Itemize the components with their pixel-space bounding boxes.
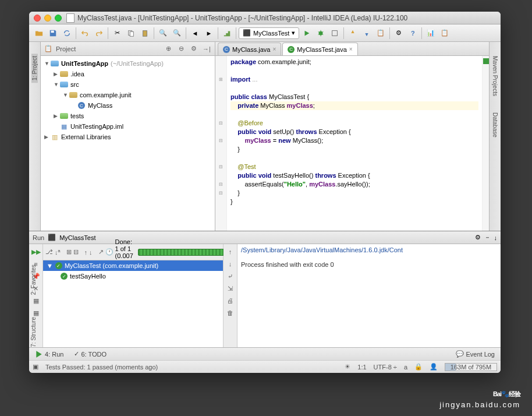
gear-icon[interactable]: ⚙ [189,44,198,54]
target-icon[interactable]: ⊖ [176,44,186,54]
close-tab-icon[interactable]: × [272,46,276,52]
project-tool-button[interactable]: 1: Project [31,54,38,83]
tree-root[interactable]: ▼ UnitTestingApp (~/UnitTestingApp) [41,58,215,69]
back-icon[interactable]: ◄ [189,27,201,40]
minimize-window-button[interactable] [44,15,51,22]
tab-myclass[interactable]: C MyClass.java × [218,43,281,55]
forward-icon[interactable]: ► [203,27,215,40]
next-icon[interactable]: ↓ [89,247,93,258]
wrap-icon[interactable]: ⤶ [225,271,236,281]
undo-icon[interactable] [79,27,91,40]
toggle-tool-windows-icon[interactable]: ▣ [33,363,38,371]
todo-tool-button[interactable]: ✓6: TODO [72,349,109,359]
vcs-icon[interactable] [346,27,359,40]
filter-pass-icon[interactable]: ⎇ [45,247,53,258]
tree-folder-src[interactable]: ▼ src [41,79,215,90]
debug-icon[interactable] [314,27,327,40]
help-icon[interactable]: ? [406,27,419,40]
open-icon[interactable] [33,27,45,40]
paste-icon[interactable] [139,27,151,40]
maven-tool-button[interactable]: Maven Projects [492,54,498,98]
sync-icon[interactable] [61,27,73,40]
collapse-icon[interactable]: ⊕ [164,44,173,54]
rerun-icon[interactable]: ▶▶ [31,246,41,257]
tree-package[interactable]: ▼ com.example.junit [41,90,215,100]
redo-icon[interactable] [93,27,105,40]
copy-icon[interactable] [125,27,137,40]
tree-folder-idea[interactable]: ▶ .idea [41,69,215,79]
run-icon[interactable] [300,27,313,40]
minimize-panel-icon[interactable]: － [484,233,491,242]
hide-panel-icon[interactable]: ↓ [494,234,498,241]
code-editor[interactable]: package com.example.junit; import ... pu… [227,56,482,231]
highlight-level-icon[interactable]: ☀ [345,363,350,371]
fold-start-icon[interactable]: ⊟ [215,163,226,171]
structure-icon[interactable]: 📊 [424,27,437,40]
scroll-icon[interactable]: ⇲ [225,283,236,294]
close-window-button[interactable] [34,15,41,22]
editor-body[interactable]: ⊞ ⊟ ⊟ ⊟ ⊟ ⊟ package com.example.junit; i… [215,56,489,231]
test-tree[interactable]: ▼ ✓ MyClassTest (com.example.junit) ✓ te… [43,260,223,347]
project-tree[interactable]: ▼ UnitTestingApp (~/UnitTestingApp) ▶ .i… [41,56,215,231]
test-tree-area: ⎇ ↓ª ⊞ ⊟ ↑ ↓ ↗ 🕐 Done: 1 of 1 (0.007 s) [43,244,224,347]
junit-icon: ⬛ [48,234,56,241]
save-icon[interactable] [47,27,59,40]
coverage-icon[interactable] [328,27,341,40]
expand-icon[interactable]: ⊞ [215,75,226,84]
print-icon[interactable]: 🖨 [225,295,236,306]
svg-point-4 [319,31,323,35]
expand-all-icon[interactable]: ⊞ [66,247,72,258]
ant-icon[interactable]: 📋 [438,27,451,40]
console-output[interactable]: /System/Library/Java/JavaVirtualMachines… [237,244,501,347]
editor-error-stripe[interactable] [482,56,489,231]
find-icon[interactable]: 🔍 [157,27,169,40]
prev-icon[interactable]: ↑ [84,247,88,258]
gear-icon[interactable]: ⚙ [475,234,481,241]
caret-position[interactable]: 1:1 [357,364,366,371]
vcs-log-icon[interactable]: 📋 [374,27,387,40]
close-tab-icon[interactable]: × [349,46,353,52]
sort-icon[interactable]: ↓ª [55,247,61,258]
hector-icon[interactable]: 👤 [430,363,438,371]
up-icon[interactable]: ↑ [225,246,236,257]
run-config-dropdown[interactable]: ⬛ MyClassTest ▾ [239,27,299,39]
favorites-tool-button[interactable]: 2: Favorites [30,262,37,297]
replace-icon[interactable]: 🔍 [171,27,183,40]
tree-path: (~/UnitTestingApp) [111,60,164,67]
vcs-update-icon[interactable] [360,27,373,40]
editor-tabs: C MyClass.java × C MyClassTest.java × [215,42,489,56]
tree-folder-tests[interactable]: ▶ tests [41,111,215,121]
down-icon[interactable]: ↓ [225,259,236,269]
run-tool-button[interactable]: 4: Run [33,349,66,359]
settings-icon[interactable]: ⚙ [392,27,405,40]
structure-tool-button[interactable]: 7: Structure [30,315,37,350]
event-log-button[interactable]: 💬Event Log [453,349,497,359]
fold-end-icon[interactable]: ⊟ [215,189,226,198]
test-method-node[interactable]: ✓ testSayHello [43,271,223,281]
cut-icon[interactable]: ✂ [111,27,123,40]
export-icon[interactable]: ↗ [98,247,104,258]
tab-myclasstest[interactable]: C MyClassTest.java × [282,43,357,55]
traffic-lights [34,15,62,22]
tree-class[interactable]: C MyClass [41,100,215,111]
memory-indicator[interactable]: 163M of 795M [445,363,497,371]
zoom-window-button[interactable] [55,15,62,22]
insert-mode-icon[interactable]: a [404,364,407,371]
fold-end-icon[interactable]: ⊟ [215,136,226,145]
history-icon[interactable]: 🕐 [105,247,114,258]
fold-end-icon[interactable]: ⊟ [215,180,226,189]
console-action-bar: ↑ ↓ ⤶ ⇲ 🖨 🗑 [224,244,237,347]
tree-external-libs[interactable]: ▶▥ External Libraries [41,132,215,142]
encoding-selector[interactable]: UTF-8 ÷ [374,364,397,371]
clear-icon[interactable]: 🗑 [225,308,236,318]
tree-iml-file[interactable]: ▦ UnitTestingApp.iml [41,121,215,132]
collapse-all-icon[interactable]: ⊟ [73,247,79,258]
tree-label: UnitTestingApp.iml [70,123,123,130]
hide-icon[interactable]: →| [202,44,211,54]
build-icon[interactable] [221,27,233,40]
test-class-node[interactable]: ▼ ✓ MyClassTest (com.example.junit) [43,260,223,271]
lock-icon[interactable]: 🔒 [414,363,423,371]
editor-gutter[interactable]: ⊞ ⊟ ⊟ ⊟ ⊟ ⊟ [215,56,227,231]
fold-start-icon[interactable]: ⊟ [215,119,226,128]
database-tool-button[interactable]: Database [492,110,498,140]
